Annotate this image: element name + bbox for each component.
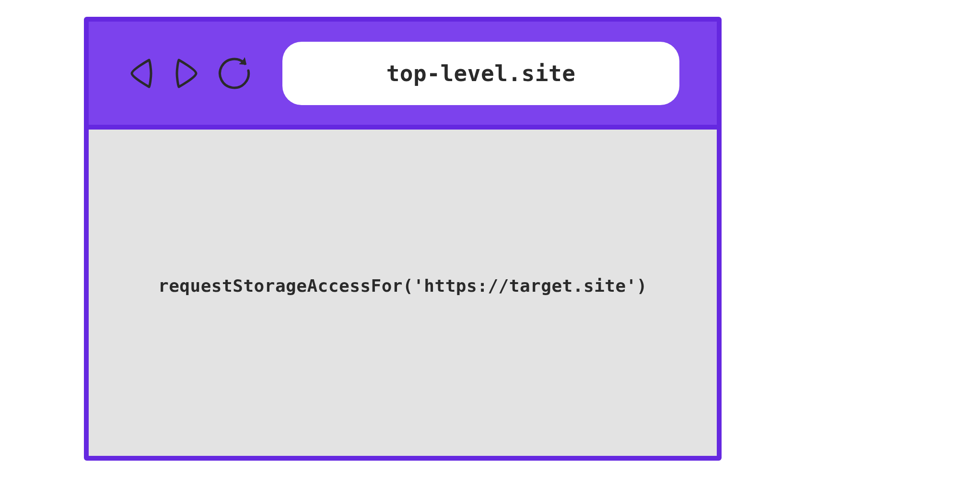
reload-icon[interactable] [217,56,252,91]
back-icon[interactable] [127,56,156,91]
forward-icon[interactable] [172,56,201,91]
nav-icon-group [127,56,252,91]
browser-toolbar: top-level.site [89,22,717,130]
page-code-text: requestStorageAccessFor('https://target.… [158,276,647,296]
browser-window: top-level.site requestStorageAccessFor('… [84,17,722,461]
page-viewport: requestStorageAccessFor('https://target.… [89,130,717,456]
address-text: top-level.site [386,60,576,86]
address-bar[interactable]: top-level.site [282,42,679,105]
